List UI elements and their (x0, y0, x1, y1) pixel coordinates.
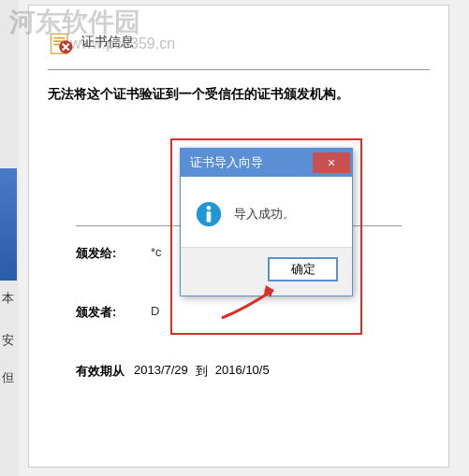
issued-to-label: 颁发给: (76, 245, 151, 262)
svg-rect-1 (53, 37, 65, 39)
svg-rect-7 (207, 211, 212, 222)
dialog-footer: 确定 (181, 247, 352, 296)
validity-from: 2013/7/29 (134, 363, 188, 380)
validity-to: 2016/10/5 (215, 363, 270, 380)
issued-to-value: *c (151, 245, 162, 262)
sidebar-char: 但 (2, 369, 14, 386)
sidebar-char: 本 (2, 290, 14, 307)
ok-button[interactable]: 确定 (268, 257, 338, 281)
sidebar: 本 安 但 (0, 0, 19, 476)
validity-to-label: 到 (196, 363, 208, 380)
import-wizard-dialog: 证书导入向导 × 导入成功。 确定 (180, 148, 353, 296)
dialog-message: 导入成功。 (234, 206, 295, 223)
sidebar-decoration (0, 168, 17, 281)
dialog-titlebar[interactable]: 证书导入向导 × (181, 149, 352, 177)
sidebar-char: 安 (2, 332, 14, 349)
issued-by-label: 颁发者: (76, 304, 151, 321)
certificate-warning-icon (48, 29, 74, 55)
validity-row: 有效期从 2013/7/29 到 2016/10/5 (76, 363, 402, 380)
issued-by-row: 颁发者: D (76, 304, 402, 321)
cert-warning-text: 无法将这个证书验证到一个受信任的证书颁发机构。 (29, 84, 448, 104)
issued-by-value: D (151, 304, 159, 321)
dialog-body: 导入成功。 (181, 177, 352, 247)
divider (48, 69, 430, 70)
cert-info-title: 证书信息 (81, 34, 134, 50)
cert-header: 证书信息 (29, 6, 448, 65)
svg-point-6 (207, 206, 212, 210)
dialog-title: 证书导入向导 (190, 154, 263, 171)
info-icon (195, 200, 223, 228)
validity-label: 有效期从 (76, 363, 125, 380)
close-button[interactable]: × (313, 152, 350, 173)
close-icon: × (328, 155, 335, 170)
